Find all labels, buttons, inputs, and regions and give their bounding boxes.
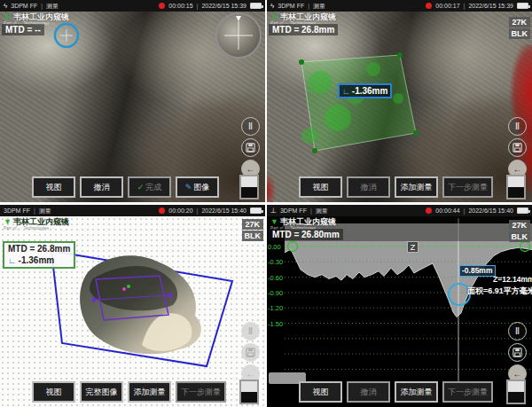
battery-icon xyxy=(250,207,262,214)
view-button[interactable]: 视图 xyxy=(32,176,75,198)
next-measure-button[interactable]: 下一步测量 xyxy=(442,176,493,198)
full-image-button[interactable]: 完整图像 xyxy=(80,381,123,403)
pause-button[interactable]: ‖ xyxy=(241,322,260,340)
mode-label: 3DPM FF xyxy=(280,207,307,214)
display-toggle-button[interactable] xyxy=(506,380,526,404)
record-time: 00:00:20 xyxy=(168,207,192,214)
logo-triangle-icon: ▼ xyxy=(4,13,12,21)
polygon-vertex[interactable] xyxy=(312,148,317,153)
pause-button[interactable]: ‖ xyxy=(508,117,527,136)
quadrant-measure-view: ϟ 3DPM FF | 测量 00:00:17 | 2022/6/15 15:3… xyxy=(267,0,532,202)
next-measure-button[interactable]: 下一步测量 xyxy=(176,381,226,403)
svg-text:-1.20: -1.20 xyxy=(268,304,283,312)
slice-marker[interactable]: Z xyxy=(407,241,419,253)
save-button[interactable] xyxy=(508,138,527,157)
svg-text:-0.60: -0.60 xyxy=(268,274,283,282)
badge-blk[interactable]: BLK xyxy=(509,231,531,242)
cursor-z-value: Z=12.14mm xyxy=(493,275,532,284)
depth-icon: ∟ xyxy=(8,256,16,265)
view-button[interactable]: 视图 xyxy=(299,176,342,198)
floppy-icon xyxy=(512,143,522,153)
tick-group: 0.00-0.30-0.60-0.90-1.20-1.50 xyxy=(268,243,283,328)
depth-icon: ∟ xyxy=(342,87,350,96)
cursor-point xyxy=(122,287,126,291)
menu-measure[interactable]: 测量 xyxy=(313,2,325,11)
probe-icon: ϟ xyxy=(270,2,274,10)
badge-blk[interactable]: BLK xyxy=(509,28,531,39)
cursor-depth-badge: -0.85mm xyxy=(459,265,496,277)
side-controls: ‖ ← xyxy=(241,322,260,383)
probe-icon: ϟ xyxy=(4,2,7,10)
side-controls: ‖ ← xyxy=(508,117,527,178)
datetime: 2022/6/15 15:40 xyxy=(468,207,513,214)
record-indicator xyxy=(159,207,165,214)
softkey-badges: 27K BLK xyxy=(509,220,531,242)
reference-point xyxy=(127,285,130,288)
record-indicator xyxy=(426,3,432,9)
profile-tool-icon: ⊥ xyxy=(270,207,277,215)
floppy-icon xyxy=(246,143,255,153)
record-indicator xyxy=(426,207,432,214)
add-measure-button[interactable]: 添加测量 xyxy=(395,176,438,198)
menu-measure[interactable]: 测量 xyxy=(39,207,51,215)
menu-measure[interactable]: 测量 xyxy=(316,207,328,215)
quad-view-screen: ϟ 3DPM FF | 测量 00:00:15 | 2022/6/15 15:3… xyxy=(0,0,532,407)
save-button[interactable] xyxy=(241,343,260,362)
datetime: 2022/6/15 15:40 xyxy=(201,207,246,214)
record-indicator xyxy=(159,3,165,9)
badge-27k[interactable]: 27K xyxy=(242,219,264,230)
pause-button[interactable]: ‖ xyxy=(241,117,260,136)
pause-button[interactable]: ‖ xyxy=(508,322,527,340)
polygon-vertex[interactable] xyxy=(413,130,419,136)
badge-27k[interactable]: 27K xyxy=(509,220,531,231)
measurement-overlay xyxy=(267,12,532,202)
depth-profile-svg: 0.00-0.30-0.60-0.90-1.20-1.50 xyxy=(267,216,532,407)
record-time: 00:00:17 xyxy=(435,3,459,9)
badge-27k[interactable]: 27K xyxy=(509,17,531,27)
add-measure-button[interactable]: 添加测量 xyxy=(395,381,438,403)
svg-text:0.00: 0.00 xyxy=(268,243,281,251)
display-toggle-button[interactable] xyxy=(506,175,526,200)
depth-measure-label[interactable]: ∟ -1.36mm xyxy=(338,83,392,98)
mode-label: 3DPM FF xyxy=(11,3,37,9)
view-button[interactable]: 视图 xyxy=(299,381,342,403)
svg-text:-0.90: -0.90 xyxy=(268,289,283,297)
zoom-inset-window xyxy=(215,12,262,59)
mtd-readout: MTD = 26.80mm xyxy=(269,229,343,240)
display-toggle-button[interactable] xyxy=(239,175,259,200)
logo-triangle-icon: ▼ xyxy=(4,218,12,226)
done-button[interactable]: ✓完成 xyxy=(128,176,171,198)
mtd-readout: MTD = 26.8mm xyxy=(269,24,338,35)
undo-button[interactable]: 撤消 xyxy=(347,381,390,403)
badge-blk[interactable]: BLK xyxy=(242,231,264,241)
action-bar: 视图 完整图像 添加测量 下一步测量 xyxy=(32,381,226,403)
display-toggle-button[interactable] xyxy=(239,380,259,404)
save-button[interactable] xyxy=(508,343,527,362)
quadrant-pointcloud-view: 3DPM FF | 测量 00:00:20 | 2022/6/15 15:40 xyxy=(0,205,265,407)
softkey-badges: 27K BLK xyxy=(242,219,264,241)
menu-measure[interactable]: 测量 xyxy=(46,2,59,11)
pen-icon: ✎ xyxy=(185,183,192,192)
softkey-badges: 27K BLK xyxy=(509,17,531,39)
undo-button[interactable]: 撤消 xyxy=(80,176,123,198)
quadrant-live-view: ϟ 3DPM FF | 测量 00:00:15 | 2022/6/15 15:3… xyxy=(0,0,265,202)
status-bar: ⊥ 3DPM FF | 测量 00:00:44 | 2022/6/15 15:4… xyxy=(267,205,532,216)
check-icon: ✓ xyxy=(137,183,145,192)
status-bar: 3DPM FF | 测量 00:00:20 | 2022/6/15 15:40 xyxy=(0,205,265,216)
status-bar: ϟ 3DPM FF | 测量 00:00:15 | 2022/6/15 15:3… xyxy=(0,0,265,12)
polygon-vertex[interactable] xyxy=(299,59,304,65)
save-button[interactable] xyxy=(241,138,260,157)
undo-button[interactable]: 撤消 xyxy=(347,176,390,198)
view-button[interactable]: 视图 xyxy=(32,381,75,403)
add-measure-button[interactable]: 添加测量 xyxy=(128,381,171,403)
action-bar: 视图 撤消 添加测量 下一步测量 xyxy=(299,176,493,198)
mtd-readout: MTD = -- xyxy=(2,24,44,35)
logo-triangle-icon: ▼ xyxy=(270,218,278,226)
polygon-vertex[interactable] xyxy=(397,52,403,58)
area-value: 面积=6.91平方毫米 xyxy=(467,286,532,297)
battery-icon xyxy=(517,3,528,9)
battery-icon xyxy=(517,207,528,214)
image-button[interactable]: ✎图像 xyxy=(176,176,219,198)
inset-pointer-icon xyxy=(236,16,241,21)
next-measure-button[interactable]: 下一步测量 xyxy=(442,381,493,403)
